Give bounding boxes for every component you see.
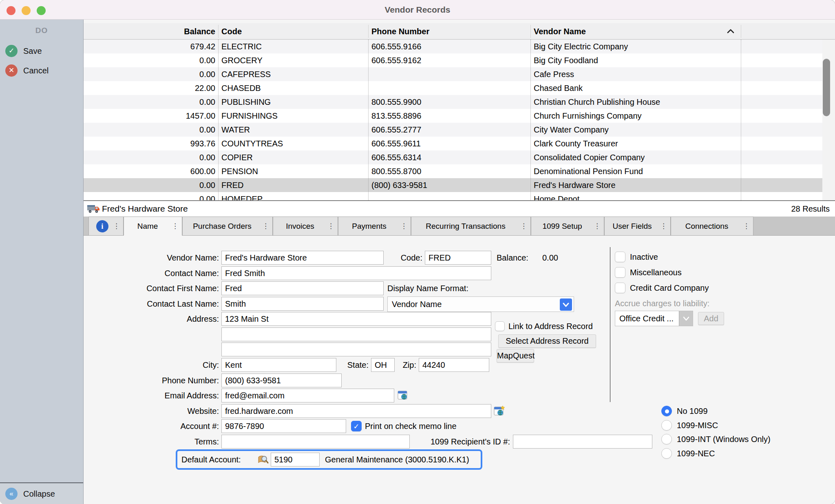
- table-row[interactable]: 0.00CAFEPRESSCafe Press: [84, 67, 835, 81]
- default-account-input[interactable]: 5190: [271, 453, 320, 466]
- sort-ascending-icon[interactable]: [727, 29, 734, 33]
- table-row[interactable]: 679.42ELECTRIC606.555.9166Big City Elect…: [84, 40, 835, 53]
- address-line1-input[interactable]: 123 Main St: [221, 312, 491, 326]
- balance-label: Balance:: [497, 251, 533, 265]
- detail-title: Fred's Hardware Store: [102, 201, 188, 217]
- inactive-label: Inactive: [630, 252, 658, 262]
- phone-number-input[interactable]: (800) 633-9581: [221, 374, 342, 387]
- radio-1099-nec[interactable]: [661, 448, 672, 459]
- address-label: Address:: [84, 312, 219, 326]
- collapse-button[interactable]: « Collapse: [0, 483, 83, 504]
- tab-menu-dots-icon[interactable]: ⋮: [743, 217, 750, 235]
- tab-recurring-transactions[interactable]: Recurring Transactions⋮: [411, 217, 531, 236]
- display-name-format-dropdown[interactable]: Vendor Name: [387, 296, 574, 312]
- contact-first-name-input[interactable]: Fred: [221, 281, 384, 295]
- inactive-checkbox[interactable]: [615, 252, 625, 262]
- tab-menu-dots-icon[interactable]: ⋮: [113, 217, 120, 235]
- column-header-vendor[interactable]: Vendor Name: [534, 23, 586, 40]
- table-row-selected[interactable]: 0.00FRED(800) 633-9581Fred's Hardware St…: [84, 178, 835, 192]
- city-input[interactable]: Kent: [221, 358, 336, 372]
- table-row[interactable]: 1457.00FURNISHINGS813.555.8896Church Fur…: [84, 109, 835, 123]
- zip-input[interactable]: 44240: [419, 358, 489, 372]
- column-separator: [530, 40, 531, 200]
- select-address-record-button[interactable]: Select Address Record: [498, 334, 596, 348]
- table-row[interactable]: 993.76COUNTYTREAS606.555.9611Clark Count…: [84, 137, 835, 150]
- radio-1099-int[interactable]: [661, 434, 672, 444]
- tab-info[interactable]: i ⋮: [88, 217, 124, 236]
- code-input[interactable]: FRED: [425, 251, 491, 265]
- tab-menu-dots-icon[interactable]: ⋮: [172, 217, 179, 235]
- table-row[interactable]: 0.00WATER606.555.2777City Water Company: [84, 123, 835, 137]
- website-input[interactable]: fred.hardware.com: [221, 404, 491, 418]
- column-separator: [218, 40, 219, 200]
- address-line2-input[interactable]: [221, 327, 491, 341]
- default-account-highlight: Default Account: 5190 General Maintenanc…: [176, 449, 482, 470]
- column-header-phone[interactable]: Phone Number: [371, 23, 429, 40]
- tab-menu-dots-icon[interactable]: ⋮: [262, 217, 269, 235]
- tab-connections[interactable]: Connections⋮: [671, 217, 753, 236]
- cancel-label: Cancel: [23, 64, 49, 77]
- mapquest-button[interactable]: MapQuest: [497, 349, 534, 363]
- recipient-id-input[interactable]: [513, 435, 652, 449]
- tab-purchase-orders[interactable]: Purchase Orders⋮: [182, 217, 273, 236]
- accrue-liability-label: Accrue charges to liability:: [615, 299, 709, 308]
- column-header-balance[interactable]: Balance: [84, 23, 215, 40]
- email-address-input[interactable]: fred@email.com: [221, 389, 394, 402]
- table-row[interactable]: 600.00PENSION800.555.8700Denominational …: [84, 164, 835, 178]
- tab-menu-dots-icon[interactable]: ⋮: [660, 217, 667, 235]
- add-liability-button[interactable]: Add: [698, 312, 724, 325]
- phone-number-label: Phone Number:: [84, 374, 219, 387]
- contact-name-input[interactable]: Fred Smith: [221, 266, 491, 280]
- table-row[interactable]: 0.00PUBLISHING800.555.9900Christian Chur…: [84, 95, 835, 109]
- account-number-input[interactable]: 9876-7890: [221, 419, 346, 433]
- website-label: Website:: [84, 404, 219, 418]
- tab-payments[interactable]: Payments⋮: [338, 217, 411, 236]
- address-line3-input[interactable]: [221, 343, 491, 356]
- table-row[interactable]: 0.00COPIER606.555.6314Consolidated Copie…: [84, 150, 835, 164]
- account-lookup-icon[interactable]: [257, 455, 269, 465]
- miscellaneous-checkbox[interactable]: [615, 267, 625, 278]
- collapse-chevrons-icon: «: [5, 488, 18, 500]
- truck-icon: [87, 204, 100, 214]
- accrue-liability-dropdown[interactable]: Office Credit ...: [615, 311, 693, 326]
- default-account-description: General Maintenance (3000.5190.K.K1): [325, 453, 480, 466]
- chevron-down-icon[interactable]: [679, 311, 693, 326]
- radio-no-1099[interactable]: [661, 406, 672, 416]
- chevron-down-icon[interactable]: [560, 298, 572, 311]
- header-separator: [218, 25, 219, 38]
- cancel-button[interactable]: ✕ Cancel: [0, 64, 83, 77]
- scrollbar-thumb[interactable]: [823, 59, 830, 116]
- contact-last-name-input[interactable]: Smith: [221, 297, 384, 311]
- balance-value: 0.00: [542, 251, 575, 265]
- credit-card-company-checkbox[interactable]: [615, 283, 625, 293]
- tab-menu-dots-icon[interactable]: ⋮: [520, 217, 527, 235]
- link-address-checkbox[interactable]: [495, 321, 505, 331]
- account-number-label: Account #:: [84, 419, 219, 433]
- tab-name[interactable]: Name⋮: [124, 217, 182, 236]
- print-memo-checkbox[interactable]: ✓: [351, 421, 362, 431]
- vendor-name-input[interactable]: Fred's Hardware Store: [221, 251, 384, 265]
- name-tab-form: Vendor Name: Fred's Hardware Store Code:…: [84, 236, 835, 504]
- do-heading: DO: [0, 26, 83, 35]
- detail-header: Fred's Hardware Store 28 Results: [84, 200, 835, 217]
- column-header-code[interactable]: Code: [221, 23, 242, 40]
- open-website-icon[interactable]: [494, 405, 505, 417]
- tab-menu-dots-icon[interactable]: ⋮: [327, 217, 334, 235]
- table-row[interactable]: 0.00GROCERY606.555.9162Big City Foodland: [84, 53, 835, 67]
- open-email-icon[interactable]: [398, 390, 408, 401]
- save-label: Save: [23, 44, 42, 58]
- state-input[interactable]: OH: [371, 358, 395, 372]
- zip-label: Zip:: [398, 358, 416, 372]
- terms-input[interactable]: [221, 435, 410, 449]
- tab-menu-dots-icon[interactable]: ⋮: [400, 217, 407, 235]
- tab-user-fields[interactable]: User Fields⋮: [604, 217, 671, 236]
- recipient-id-label: 1099 Recipient's ID #:: [421, 435, 510, 449]
- save-button[interactable]: ✓ Save: [0, 44, 83, 58]
- tab-invoices[interactable]: Invoices⋮: [273, 217, 338, 236]
- table-row[interactable]: 0.00HOMEDEPHome Depot: [84, 192, 835, 200]
- tab-menu-dots-icon[interactable]: ⋮: [594, 217, 601, 235]
- save-check-icon: ✓: [5, 45, 18, 57]
- radio-1099-misc[interactable]: [661, 420, 672, 431]
- table-row[interactable]: 22.00CHASEDBChased Bank: [84, 81, 835, 95]
- tab-1099-setup[interactable]: 1099 Setup⋮: [531, 217, 604, 236]
